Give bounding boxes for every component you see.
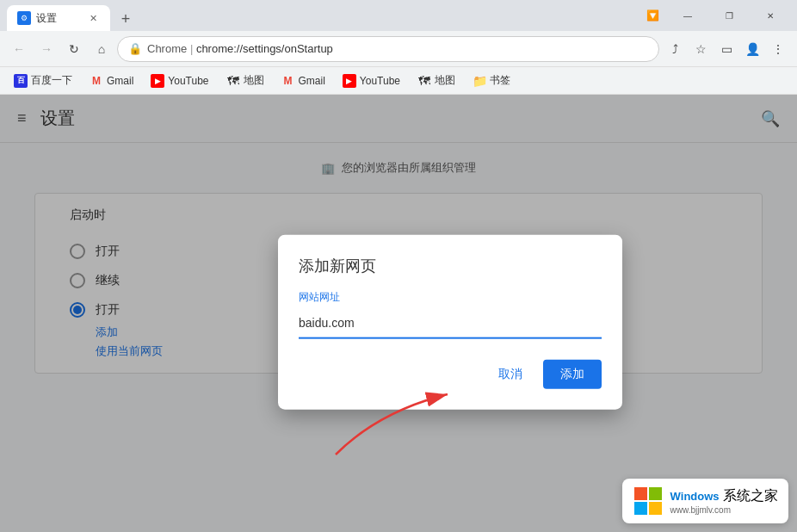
restore-button[interactable]: ❐ — [709, 0, 749, 31]
bookmark-gmail-1[interactable]: M Gmail — [83, 71, 140, 91]
home-button[interactable]: ⌂ — [90, 37, 114, 61]
tab-area: ⚙ 设置 ✕ + — [7, 0, 138, 31]
bookmark-map-2-label: 地图 — [435, 73, 455, 88]
svg-rect-3 — [634, 502, 647, 515]
tab-title: 设置 — [36, 11, 57, 26]
toolbar-actions: ⤴ ☆ ▭ 👤 ⋮ — [663, 37, 790, 61]
gmail-icon-1: M — [90, 74, 103, 88]
window-mode-button[interactable]: ▭ — [714, 37, 738, 61]
reload-button[interactable]: ↻ — [62, 37, 86, 61]
gmail-icon-2: M — [281, 74, 295, 88]
share-button[interactable]: ⤴ — [663, 37, 687, 61]
active-tab[interactable]: ⚙ 设置 ✕ — [7, 5, 110, 31]
baidu-icon: 百 — [14, 74, 28, 88]
map-icon-2: 🗺 — [417, 74, 431, 88]
youtube-icon-2: ▶ — [343, 74, 356, 88]
address-prefix: Chrome — [147, 42, 187, 55]
bookmark-youtube-1[interactable]: ▶ YouTube — [144, 71, 215, 91]
bookmark-folder-icon: 📁 — [473, 74, 486, 88]
bookmark-map-1[interactable]: 🗺 地图 — [219, 71, 271, 91]
bookmark-map-1-label: 地图 — [244, 73, 264, 88]
settings-page: ≡ 设置 🔍 🏢 您的浏览器由所属组织管理 启动时 打开 继续 打开 添加 使用 — [0, 95, 797, 532]
watermark-title: Windows 系统之家 — [670, 487, 778, 505]
url-input[interactable] — [299, 308, 602, 339]
bookmark-folder-label: 书签 — [490, 73, 510, 88]
windows-logo — [633, 486, 664, 517]
map-icon-1: 🗺 — [226, 74, 240, 88]
dialog-actions: 取消 添加 — [299, 360, 602, 389]
bookmark-baidu-label: 百度一下 — [31, 73, 72, 88]
svg-rect-2 — [649, 487, 662, 500]
new-tab-button[interactable]: + — [114, 7, 138, 31]
tab-favicon: ⚙ — [17, 11, 31, 25]
address-bar[interactable]: 🔒 Chrome | chrome://settings/onStartup — [117, 36, 659, 62]
watermark-title-rest: 系统之家 — [723, 488, 778, 503]
bookmark-folder[interactable]: 📁 书签 — [466, 71, 517, 91]
back-button[interactable]: ← — [7, 37, 31, 61]
bookmark-gmail-2-label: Gmail — [299, 75, 325, 87]
menu-button[interactable]: ⋮ — [766, 37, 790, 61]
bookmark-youtube-2-label: YouTube — [360, 75, 400, 87]
bookmark-baidu[interactable]: 百 百度一下 — [7, 71, 79, 91]
watermark-text-block: Windows 系统之家 www.bjjmlv.com — [670, 487, 778, 515]
bookmark-gmail-2[interactable]: M Gmail — [275, 71, 332, 91]
title-bar: ⚙ 设置 ✕ + 🔽 — ❐ ✕ — [0, 0, 797, 31]
security-icon: 🔒 — [128, 42, 142, 56]
bookmark-button[interactable]: ☆ — [689, 37, 713, 61]
address-url: chrome://settings/onStartup — [196, 42, 333, 55]
add-button[interactable]: 添加 — [543, 360, 602, 389]
youtube-icon-1: ▶ — [151, 74, 164, 88]
bookmark-gmail-1-label: Gmail — [107, 75, 133, 87]
bookmark-map-2[interactable]: 🗺 地图 — [411, 71, 462, 91]
svg-rect-4 — [649, 502, 662, 515]
add-webpage-dialog: 添加新网页 网站网址 取消 添加 — [278, 235, 622, 410]
url-field-label: 网站网址 — [299, 290, 602, 305]
window-controls: 🔽 — ❐ ✕ — [639, 0, 790, 31]
bookmark-youtube-1-label: YouTube — [168, 75, 208, 87]
cancel-button[interactable]: 取消 — [485, 360, 536, 389]
chevron-down-icon[interactable]: 🔽 — [639, 0, 666, 31]
title-bar-left: ⚙ 设置 ✕ + — [7, 0, 639, 31]
watermark-url: www.bjjmlv.com — [670, 505, 778, 515]
close-button[interactable]: ✕ — [751, 0, 790, 31]
bookmarks-bar: 百 百度一下 M Gmail ▶ YouTube 🗺 地图 M Gmail ▶ … — [0, 67, 797, 95]
dialog-title: 添加新网页 — [299, 256, 602, 276]
forward-button[interactable]: → — [34, 37, 59, 61]
tab-close-button[interactable]: ✕ — [86, 11, 100, 25]
profile-button[interactable]: 👤 — [740, 37, 764, 61]
svg-rect-1 — [634, 487, 647, 500]
bookmark-youtube-2[interactable]: ▶ YouTube — [336, 71, 407, 91]
browser-toolbar: ← → ↻ ⌂ 🔒 Chrome | chrome://settings/onS… — [0, 31, 797, 67]
watermark: Windows 系统之家 www.bjjmlv.com — [622, 479, 788, 523]
minimize-button[interactable]: — — [668, 0, 707, 31]
